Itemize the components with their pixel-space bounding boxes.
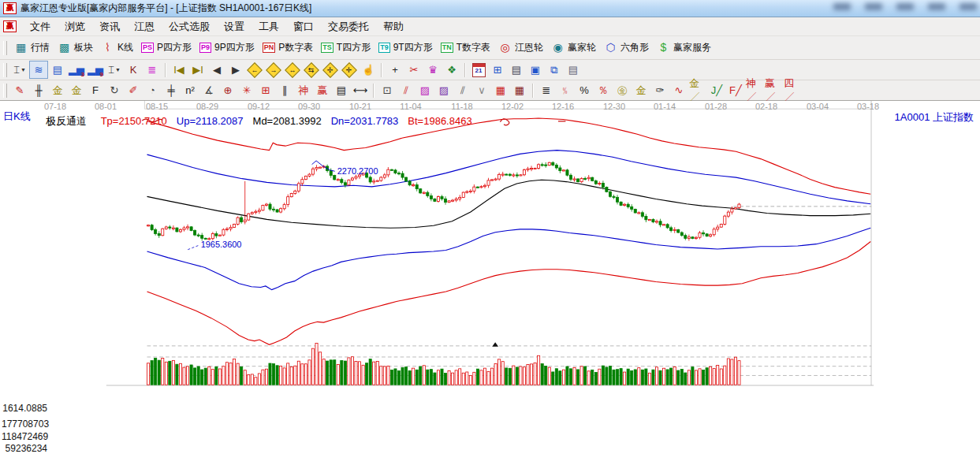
gold-gate-button[interactable]: 金: [48, 81, 67, 99]
menu-item-4[interactable]: 公式选股: [162, 18, 217, 35]
percent-button[interactable]: %: [575, 81, 594, 99]
bars-9-button[interactable]: ▂▅9: [86, 61, 105, 79]
blurred-control[interactable]: [960, 3, 977, 10]
shen-tool-button[interactable]: 神: [294, 81, 313, 99]
percent-slash-button[interactable]: ﹪: [556, 81, 575, 99]
quotes-button[interactable]: ▦行情: [10, 39, 54, 56]
radial-star-button[interactable]: ✳: [237, 81, 256, 99]
shift-right-button[interactable]: →: [264, 61, 283, 79]
p-table-button[interactable]: PNP数字表: [259, 39, 318, 56]
volume-profile-button[interactable]: ≣: [143, 61, 162, 79]
last-page-button[interactable]: ▶I: [188, 61, 207, 79]
menu-item-0[interactable]: 文件: [23, 18, 58, 35]
toolbar-grip[interactable]: [3, 84, 7, 98]
gold-circle-button[interactable]: ㊎: [613, 81, 632, 99]
grid-target-button[interactable]: ⊞: [256, 81, 275, 99]
percent-line-button[interactable]: ％: [594, 81, 613, 99]
dropdown-arrow-icon[interactable]: ▼: [115, 67, 121, 73]
sectors-button[interactable]: ▩板块: [54, 39, 97, 56]
menu-item-9[interactable]: 帮助: [376, 18, 411, 35]
box-tool-button[interactable]: ⊡: [378, 81, 397, 99]
menu-item-5[interactable]: 设置: [217, 18, 252, 35]
curve-tool-button[interactable]: ≋: [29, 61, 48, 79]
candle-style-button[interactable]: ⌶▼: [10, 61, 29, 79]
hand-button[interactable]: ☝: [359, 61, 378, 79]
width-measure-button[interactable]: ⟷: [351, 81, 370, 99]
tick-ruler-button[interactable]: ╪: [162, 81, 181, 99]
gold-gate2-button[interactable]: 金: [67, 81, 86, 99]
blurred-control[interactable]: [896, 3, 914, 10]
shift-left-button[interactable]: ←: [245, 61, 264, 79]
menu-item-7[interactable]: 窗口: [286, 18, 321, 35]
calendar-button[interactable]: 21: [469, 61, 488, 79]
info-doc-button[interactable]: ▤: [48, 61, 67, 79]
menu-item-6[interactable]: 工具: [252, 18, 286, 35]
spiral-button[interactable]: ↻: [105, 81, 124, 99]
notepad-button[interactable]: ▤: [507, 61, 526, 79]
chart-area[interactable]: 2270.27001965.3600 07-1808-0108-1508-290…: [0, 101, 980, 465]
fan-grid-purple-button[interactable]: ▨: [434, 81, 453, 99]
window-controls-blurred[interactable]: [833, 3, 977, 13]
crosshair-button[interactable]: +: [386, 61, 404, 79]
toolbar-grip[interactable]: [3, 41, 7, 55]
pencil2-button[interactable]: ✐: [124, 81, 143, 99]
t-square-button[interactable]: TST四方形: [317, 39, 374, 56]
kline-chart[interactable]: 2270.27001965.3600: [0, 101, 980, 465]
gold-angle-button[interactable]: 金╱: [688, 81, 707, 99]
zoom-in-button[interactable]: ✛: [340, 61, 359, 79]
expand-button[interactable]: ↔: [283, 61, 302, 79]
ying-angle-button[interactable]: 赢╱: [764, 81, 783, 99]
gann-wheel-button[interactable]: ◎江恩轮: [494, 39, 547, 56]
stamp-button[interactable]: ♛: [423, 61, 442, 79]
si-angle-button[interactable]: 四╱: [783, 81, 802, 99]
p-square-button[interactable]: PSP四方形: [137, 39, 196, 56]
snapshot-button[interactable]: ⧉: [545, 61, 564, 79]
pencil-button[interactable]: ✎: [10, 81, 29, 99]
bars-3-button[interactable]: ▂▅3: [67, 61, 86, 79]
kline-button[interactable]: ⌇K线: [97, 39, 137, 56]
brush-button[interactable]: ✑: [650, 81, 669, 99]
calculator-button[interactable]: ⊞: [488, 61, 507, 79]
blurred-control[interactable]: [833, 3, 851, 10]
angle-tool-button[interactable]: ∡: [199, 81, 218, 99]
n-squared-button[interactable]: n²: [181, 81, 199, 99]
hexagon-button[interactable]: ⬡六角形: [600, 39, 653, 56]
gann-ruler-button[interactable]: ╫: [29, 81, 48, 99]
j-angle-button[interactable]: J╱: [707, 81, 726, 99]
compress-button[interactable]: ⇆: [302, 61, 321, 79]
9t-square-button[interactable]: T99T四方形: [374, 39, 437, 56]
grid-a-button[interactable]: ▦: [491, 81, 510, 99]
fan-dark-button[interactable]: ⫽: [453, 81, 472, 99]
candle-type-button[interactable]: ⌶▼: [105, 61, 124, 79]
menu-item-1[interactable]: 浏览: [58, 18, 92, 35]
grid-b-button[interactable]: ▦: [510, 81, 529, 99]
compass-button[interactable]: ⊕: [218, 81, 237, 99]
t-table-button[interactable]: TNT数字表: [437, 39, 494, 56]
menu-item-3[interactable]: 江恩: [127, 18, 162, 35]
price-ladder-button[interactable]: ≣: [537, 81, 556, 99]
next-button[interactable]: ▶: [226, 61, 245, 79]
ruler-grid-button[interactable]: ▤: [332, 81, 351, 99]
zoom-out-button[interactable]: ✢: [321, 61, 340, 79]
double-line-button[interactable]: ∥: [275, 81, 294, 99]
f-ruler-button[interactable]: F: [86, 81, 105, 99]
prev-button[interactable]: ◀: [207, 61, 226, 79]
shen-angle-button[interactable]: 神╱: [745, 81, 764, 99]
toolbar-grip[interactable]: [3, 63, 7, 77]
print-button[interactable]: ▤: [564, 61, 583, 79]
first-page-button[interactable]: I◀: [170, 61, 188, 79]
blurred-control[interactable]: [865, 3, 882, 10]
blurred-control[interactable]: [928, 3, 945, 10]
k-pattern-button[interactable]: K: [124, 61, 143, 79]
winner-wheel-button[interactable]: ◉赢家轮: [547, 39, 600, 56]
dropdown-arrow-icon[interactable]: ▼: [20, 67, 26, 73]
pattern-match-button[interactable]: ❖: [442, 61, 461, 79]
check-tool-button[interactable]: ∨: [472, 81, 491, 99]
ying-tool-button[interactable]: 赢: [313, 81, 332, 99]
menu-item-8[interactable]: 交易委托: [321, 18, 376, 35]
menu-item-2[interactable]: 资讯: [92, 18, 127, 35]
fan-red-button[interactable]: ⫽: [397, 81, 415, 99]
f-angle-button[interactable]: F╱: [726, 81, 745, 99]
fan-grid-magenta-button[interactable]: ▨: [415, 81, 434, 99]
winner-service-button[interactable]: $赢家服务: [653, 39, 715, 56]
